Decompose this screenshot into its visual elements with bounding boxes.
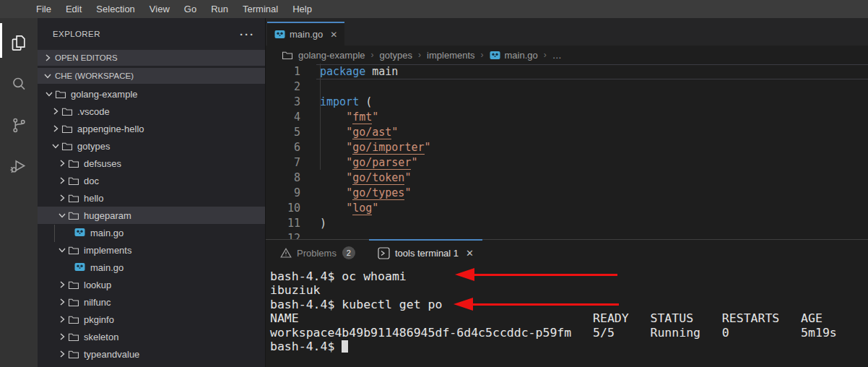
menu-item-selection[interactable]: Selection [89, 0, 142, 18]
folder-icon [68, 314, 81, 325]
line-content: "fmt" [316, 110, 868, 125]
source-control-icon[interactable] [0, 106, 38, 144]
line-number: 4 [266, 110, 300, 125]
chevron-right-icon[interactable] [56, 175, 68, 186]
tree-item-label: nilfunc [84, 297, 111, 308]
tab-close-icon[interactable]: ✕ [330, 30, 337, 40]
tree-folder-nilfunc[interactable]: nilfunc [38, 293, 265, 311]
chevron-down-icon[interactable] [56, 210, 68, 221]
menu-item-edit[interactable]: Edit [58, 0, 89, 18]
menu-item-file[interactable]: File [29, 0, 58, 18]
code-line-4[interactable]: 4 "fmt" [266, 110, 868, 125]
tree-folder-implements[interactable]: implements [38, 241, 265, 259]
tree-file-main.go[interactable]: main.go [38, 259, 265, 276]
line-number: 9 [266, 186, 300, 201]
line-number: 2 [266, 79, 300, 95]
chevron-down-icon[interactable] [56, 244, 68, 256]
tree-folder-golang-example[interactable]: golang-example [38, 85, 265, 103]
folder-icon [55, 88, 68, 100]
chevron-right-icon[interactable] [56, 157, 68, 169]
terminal-output[interactable]: bash-4.4$ oc whoamiibuziukbash-4.4$ kube… [270, 266, 862, 367]
line-content: package main [316, 64, 868, 79]
code-line-6[interactable]: 6 "go/importer" [266, 140, 868, 155]
folder-icon [68, 348, 81, 360]
chevron-down-icon [42, 70, 53, 82]
chevron-right-icon[interactable] [56, 192, 68, 204]
tab-label: main.go [290, 29, 323, 40]
menu-item-go[interactable]: Go [177, 0, 204, 18]
breadcrumb-separator: › [371, 50, 374, 60]
code-line-2[interactable]: 2 [266, 79, 868, 95]
tree-folder-pkginfo[interactable]: pkginfo [38, 311, 265, 328]
breadcrumb-item[interactable]: main.go [505, 50, 538, 61]
tree-folder-gotypes[interactable]: gotypes [38, 137, 265, 155]
tree-item-label: golang-example [71, 89, 138, 100]
chevron-right-icon[interactable] [56, 331, 68, 342]
tab-tools-terminal-1[interactable]: tools terminal 1 ✕ [369, 239, 482, 265]
tree-folder-appengine-hello[interactable]: appengine-hello [38, 120, 265, 137]
editor-tab-bar: main.go ✕ [266, 18, 868, 46]
breadcrumb-item[interactable]: golang-example [298, 50, 365, 61]
explorer-icon[interactable] [0, 24, 38, 61]
menu-item-run[interactable]: Run [204, 0, 235, 18]
chevron-down-icon[interactable] [43, 88, 55, 100]
chevron-right-icon[interactable] [56, 314, 68, 325]
explorer-more-icon[interactable]: ··· [240, 28, 255, 40]
chevron-right-icon[interactable] [56, 348, 68, 360]
panel-tab-label: tools terminal 1 [395, 248, 459, 259]
open-editors-section[interactable]: OPEN EDITORS [38, 50, 265, 66]
chevron-right-icon[interactable] [50, 105, 61, 117]
chevron-down-icon[interactable] [50, 140, 61, 152]
tree-folder-.vscode[interactable]: .vscode [38, 103, 265, 120]
folder-icon [68, 157, 81, 169]
menu-item-help[interactable]: Help [285, 0, 319, 18]
tab-problems[interactable]: Problems 2 [272, 240, 364, 266]
tree-folder-skeleton[interactable]: skeleton [38, 328, 265, 345]
breadcrumb-item[interactable]: … [552, 50, 562, 61]
code-line-12[interactable]: 12 [266, 231, 868, 239]
code-line-9[interactable]: 9 "go/types" [266, 186, 868, 201]
line-content: "go/parser" [316, 155, 868, 170]
folder-icon [61, 123, 74, 134]
code-editor[interactable]: 1package main23import (4 "fmt"5 "go/ast"… [266, 64, 868, 239]
tree-item-label: main.go [90, 262, 123, 273]
problems-badge: 2 [342, 246, 355, 259]
tree-folder-doc[interactable]: doc [38, 172, 265, 189]
search-icon[interactable] [0, 65, 38, 103]
code-line-8[interactable]: 8 "go/token" [266, 170, 868, 186]
chevron-right-icon[interactable] [50, 123, 61, 134]
tree-folder-hello[interactable]: hello [38, 189, 265, 207]
menu-item-view[interactable]: View [142, 0, 177, 18]
line-content: "go/token" [316, 170, 868, 186]
chevron-right-icon[interactable] [56, 279, 68, 290]
line-number: 6 [266, 140, 300, 155]
explorer-header: EXPLORER ··· [38, 18, 265, 50]
code-line-7[interactable]: 7 "go/parser" [266, 155, 868, 170]
line-number: 12 [266, 231, 300, 239]
tree-item-label: lookup [84, 280, 111, 290]
workspace-section[interactable]: CHE (WORKSPACE) [38, 68, 265, 84]
code-line-5[interactable]: 5 "go/ast" [266, 125, 868, 140]
tree-folder-hugeparam[interactable]: hugeparam [38, 207, 265, 224]
chevron-right-icon[interactable] [56, 296, 68, 308]
breadcrumb-separator: › [418, 50, 421, 60]
tree-item-label: hugeparam [84, 210, 131, 221]
folder-icon [68, 210, 81, 221]
menu-bar: FileEditSelectionViewGoRunTerminalHelp [0, 0, 868, 18]
tree-folder-lookup[interactable]: lookup [38, 276, 265, 293]
panel-tab-close-icon[interactable]: ✕ [466, 248, 474, 259]
run-debug-icon[interactable] [0, 147, 38, 185]
code-line-11[interactable]: 11) [266, 216, 868, 231]
breadcrumb-item[interactable]: gotypes [380, 50, 413, 61]
line-content: "log" [316, 201, 868, 216]
tree-folder-typeandvalue[interactable]: typeandvalue [38, 345, 265, 363]
tab-main-go[interactable]: main.go ✕ [267, 22, 344, 46]
code-line-10[interactable]: 10 "log" [266, 201, 868, 216]
explorer-sidebar: EXPLORER ··· OPEN EDITORS CHE (WORKSPACE… [38, 18, 266, 367]
menu-item-terminal[interactable]: Terminal [235, 0, 285, 18]
breadcrumb-item[interactable]: implements [427, 50, 474, 61]
tree-folder-defsuses[interactable]: defsuses [38, 155, 265, 172]
code-line-3[interactable]: 3import ( [266, 95, 868, 110]
code-line-1[interactable]: 1package main [266, 64, 868, 79]
tree-file-main.go[interactable]: main.go [38, 224, 265, 241]
